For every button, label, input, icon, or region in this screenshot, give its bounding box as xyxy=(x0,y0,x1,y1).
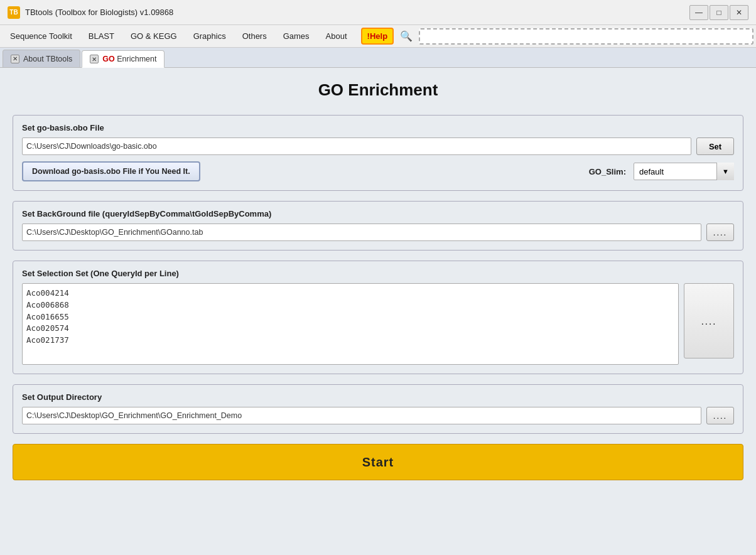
help-button[interactable]: !Help xyxy=(361,28,394,45)
menu-go-kegg[interactable]: GO & KEGG xyxy=(123,28,185,45)
menu-others[interactable]: Others xyxy=(235,28,274,45)
page-title: GO Enrichment xyxy=(13,80,743,100)
minimize-button[interactable]: — xyxy=(689,5,708,20)
output-label: Set Output Directory xyxy=(22,392,734,402)
start-button[interactable]: Start xyxy=(13,444,743,480)
menu-about[interactable]: About xyxy=(318,28,355,45)
maximize-button[interactable]: □ xyxy=(710,5,728,20)
download-go-basis-button[interactable]: Download go-basis.obo File if You Need I… xyxy=(22,161,200,181)
go-slim-select[interactable]: default goslim_agr goslim_aspergillus go… xyxy=(634,163,734,180)
window-controls: — □ ✕ xyxy=(689,5,748,20)
close-button[interactable]: ✕ xyxy=(730,5,748,20)
go-basis-input[interactable] xyxy=(22,137,691,155)
title-bar-text: TBtools (Toolbox for Biologists) v1.0986… xyxy=(25,8,689,17)
menu-sequence-toolkit[interactable]: Sequence Toolkit xyxy=(3,28,80,45)
background-input-row: .... xyxy=(22,224,734,241)
tab-about-close-icon[interactable]: ✕ xyxy=(11,55,19,63)
selection-btn-col: .... xyxy=(684,283,734,358)
menu-graphics[interactable]: Graphics xyxy=(186,28,234,45)
tab-about-label: About TBtools xyxy=(23,55,72,63)
section-background: Set BackGround file (queryIdSepByComma\t… xyxy=(13,201,743,251)
menu-blast[interactable]: BLAST xyxy=(81,28,122,45)
background-label: Set BackGround file (queryIdSepByComma\t… xyxy=(22,209,734,218)
go-basis-input-row: Set xyxy=(22,137,734,155)
output-input-row: .... xyxy=(22,407,734,424)
tab-go-close-icon[interactable]: ✕ xyxy=(90,55,99,63)
search-icon[interactable]: 🔍 xyxy=(397,28,415,45)
go-basis-set-button[interactable]: Set xyxy=(696,137,734,155)
menu-games[interactable]: Games xyxy=(276,28,317,45)
section-output: Set Output Directory .... xyxy=(13,384,743,434)
output-input[interactable] xyxy=(22,407,701,424)
section-go-basis: Set go-basis.obo File Set Download go-ba… xyxy=(13,115,743,191)
go-basis-label: Set go-basis.obo File xyxy=(22,123,734,132)
menu-bar: Sequence Toolkit BLAST GO & KEGG Graphic… xyxy=(0,25,756,48)
start-section: Start xyxy=(13,444,743,480)
selection-textarea[interactable]: Aco004214 Aco006868 Aco016655 Aco020574 … xyxy=(22,283,679,365)
go-basis-second-row: Download go-basis.obo File if You Need I… xyxy=(22,161,734,181)
app-icon: TB xyxy=(8,6,20,19)
search-input[interactable] xyxy=(419,28,753,45)
background-input[interactable] xyxy=(22,224,701,241)
section-selection: Set Selection Set (One QueryId per Line)… xyxy=(13,261,743,374)
tab-go-label: GO Enrichment xyxy=(102,55,156,63)
tab-about-tbtools[interactable]: ✕ About TBtools xyxy=(3,50,80,67)
output-browse-button[interactable]: .... xyxy=(706,407,734,424)
selection-label: Set Selection Set (One QueryId per Line) xyxy=(22,269,734,278)
title-bar: TB TBtools (Toolbox for Biologists) v1.0… xyxy=(0,0,756,25)
selection-browse-button[interactable]: .... xyxy=(684,283,734,358)
background-browse-button[interactable]: .... xyxy=(706,224,734,241)
tab-bar: ✕ About TBtools ✕ GO Enrichment xyxy=(0,48,756,68)
tab-go-enrichment[interactable]: ✕ GO Enrichment xyxy=(82,50,165,68)
main-content: GO Enrichment Set go-basis.obo File Set … xyxy=(0,68,756,555)
selection-textarea-row: Aco004214 Aco006868 Aco016655 Aco020574 … xyxy=(22,283,734,365)
go-slim-label: GO_Slim: xyxy=(589,167,626,176)
go-slim-select-wrap: default goslim_agr goslim_aspergillus go… xyxy=(634,163,734,180)
